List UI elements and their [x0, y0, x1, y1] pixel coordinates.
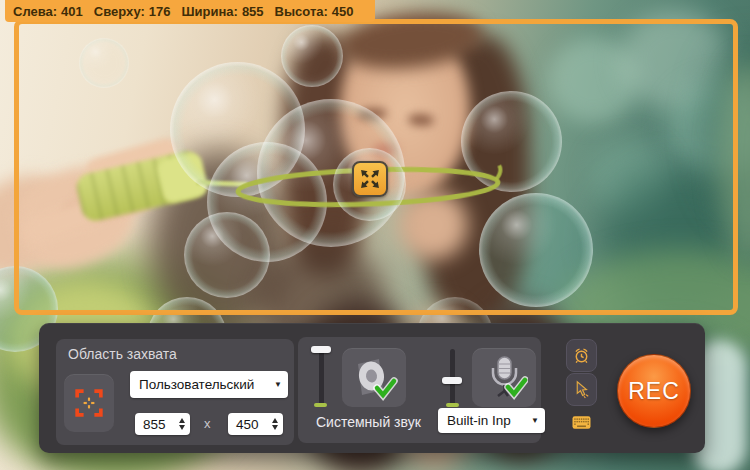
- times-label: x: [204, 416, 211, 431]
- audio-settings-section: Системный звук Built-in Inp ▼: [298, 337, 541, 443]
- height-stepper[interactable]: 450: [228, 413, 283, 435]
- capture-height-readout: Высота:450: [275, 4, 354, 19]
- capture-preset-value: Пользовательский: [139, 377, 270, 392]
- keyboard-icon: [572, 412, 591, 433]
- rec-button-label: REC: [628, 378, 680, 405]
- chevron-down-icon: ▼: [274, 380, 282, 389]
- speaker-icon: [350, 355, 398, 401]
- mic-volume-tick: [446, 403, 459, 407]
- up-down-arrows-icon[interactable]: [179, 418, 185, 430]
- capture-width-readout: Ширина:855: [181, 4, 263, 19]
- cursor-icon: [573, 377, 590, 402]
- expand-arrows-icon: [357, 166, 383, 192]
- capture-settings-section: Область захвата Пользовательский ▼ 855: [56, 339, 294, 445]
- select-capture-area-button[interactable]: [64, 374, 114, 432]
- microphone-toggle-button[interactable]: [472, 348, 536, 407]
- crosshair-icon: [75, 389, 103, 417]
- system-volume-slider[interactable]: [319, 349, 324, 407]
- screen-recorder-app: Слева:401 Сверху:176 Ширина:855 Высота:4…: [0, 0, 750, 470]
- width-value: 855: [143, 417, 179, 432]
- system-volume-tick: [314, 403, 327, 407]
- cursor-effects-button[interactable]: [566, 373, 597, 406]
- mic-volume-handle[interactable]: [442, 377, 462, 384]
- system-sound-label: Системный звук: [316, 414, 421, 430]
- capture-move-handle[interactable]: [352, 161, 388, 197]
- system-volume-handle[interactable]: [311, 346, 331, 353]
- alarm-clock-icon: [573, 343, 590, 368]
- height-value: 450: [236, 417, 272, 432]
- capture-left-readout: Слева:401: [13, 4, 83, 19]
- capture-info-bar: Слева:401 Сверху:176 Ширина:855 Высота:4…: [5, 0, 375, 22]
- up-down-arrows-icon[interactable]: [272, 418, 278, 430]
- capture-section-title: Область захвата: [68, 346, 177, 362]
- schedule-recording-button[interactable]: [566, 339, 597, 372]
- microphone-icon: [480, 355, 528, 401]
- capture-preset-dropdown[interactable]: Пользовательский ▼: [130, 371, 288, 398]
- mic-device-dropdown[interactable]: Built-in Inp ▼: [438, 408, 545, 433]
- rec-button[interactable]: REC: [617, 354, 691, 428]
- chevron-down-icon: ▼: [531, 416, 539, 425]
- control-panel: Область захвата Пользовательский ▼ 855: [39, 323, 705, 453]
- show-keystrokes-button[interactable]: [566, 409, 597, 436]
- system-sound-toggle-button[interactable]: [342, 348, 406, 407]
- mic-device-value: Built-in Inp: [447, 413, 527, 428]
- width-stepper[interactable]: 855: [135, 413, 190, 435]
- capture-top-readout: Сверху:176: [94, 4, 171, 19]
